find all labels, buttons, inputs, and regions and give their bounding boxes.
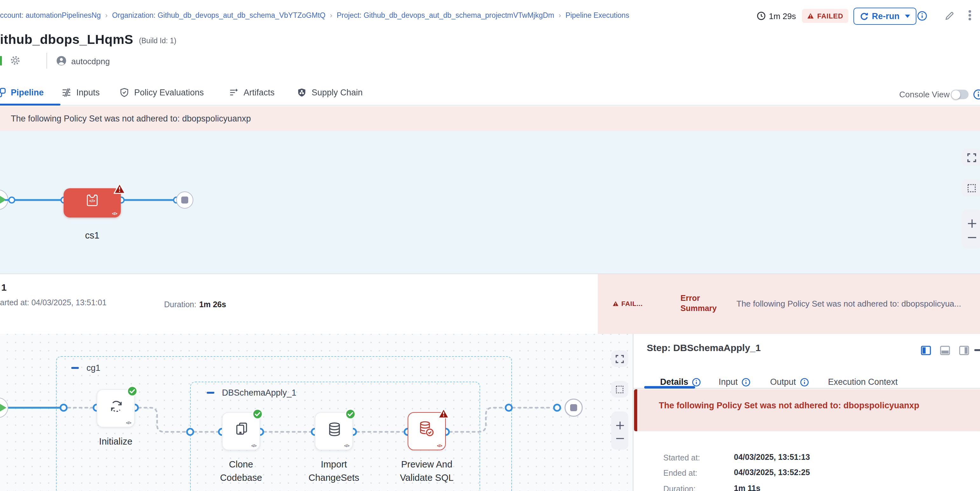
marquee-icon — [616, 385, 624, 393]
tab-pipeline-label: Pipeline — [11, 88, 44, 97]
page-title: ithub_dbops_LHqmS — [0, 32, 133, 47]
step-node-clone-codebase[interactable]: </> — [222, 412, 260, 450]
panel-tab-output[interactable]: Output — [770, 377, 808, 387]
breadcrumb-project[interactable]: Project: Github_db_devops_aut_db_schema_… — [337, 11, 554, 19]
layout-left-icon[interactable] — [921, 345, 931, 356]
tab-bar: Pipeline Inputs Policy Evaluations Artif… — [0, 83, 980, 106]
info-icon — [741, 377, 751, 386]
tab-inputs-label: Inputs — [76, 88, 100, 97]
tab-policy-label: Policy Evaluations — [134, 88, 204, 97]
step-label: Initialize — [78, 435, 154, 448]
breadcrumb-account[interactable]: ccount: automationPipelinesNg — [0, 11, 101, 19]
stage-node-cs1[interactable]: </> </> — [64, 188, 121, 218]
console-view-toggle[interactable] — [951, 90, 969, 99]
ended-at-label: Ended at: — [663, 469, 697, 478]
zoom-to-fit-button[interactable] — [611, 350, 628, 367]
success-badge-icon — [127, 385, 138, 397]
step-label: Import ChangeSets — [296, 458, 372, 485]
code-tag: </> — [126, 420, 131, 425]
stage-node-label: cs1 — [64, 230, 121, 240]
tab-inputs[interactable]: Inputs — [62, 88, 100, 97]
zoom-in-button[interactable] — [615, 421, 624, 430]
collapse-panel-icon[interactable] — [974, 349, 980, 351]
database-icon — [326, 421, 343, 438]
marquee-select-button[interactable] — [962, 180, 980, 197]
duration-label: Duration: — [663, 485, 695, 491]
step-node-initialize[interactable]: </> — [97, 389, 135, 427]
chevron-down-icon — [905, 14, 910, 18]
fail-badge: FAIL... — [612, 300, 643, 307]
pipeline-execution-page: ccount: automationPipelinesNg › Organiza… — [0, 0, 980, 491]
divider — [46, 53, 47, 69]
layout-right-icon[interactable] — [959, 345, 969, 356]
shield-check-icon — [119, 88, 129, 97]
step-node-preview-validate-sql[interactable]: </> — [408, 412, 446, 450]
stage-graph-canvas[interactable]: </> </> cs1 — [0, 131, 980, 273]
zoom-out-button[interactable] — [967, 236, 977, 239]
error-badge-icon — [438, 408, 450, 419]
marquee-select-button[interactable] — [611, 381, 628, 397]
panel-tab-input[interactable]: Input — [719, 377, 751, 387]
gear-icon[interactable] — [10, 55, 20, 65]
module-color-strip — [0, 56, 2, 65]
title-row: ithub_dbops_LHqmS (Build Id: 1) — [0, 30, 177, 48]
panel-tab-details[interactable]: Details — [660, 377, 701, 387]
clock-icon — [757, 11, 766, 21]
stop-icon — [181, 196, 188, 203]
svg-text:</>: </> — [89, 199, 95, 203]
warning-icon — [612, 300, 619, 306]
layout-bottom-icon[interactable] — [940, 345, 950, 356]
info-icon[interactable] — [973, 89, 980, 100]
rerun-button[interactable]: Re-run — [853, 8, 916, 25]
policy-banner-text: The following Policy Set was not adhered… — [11, 114, 251, 123]
panel-tab-execution-context[interactable]: Execution Context — [828, 377, 898, 387]
trigger-user: autocdpng — [71, 57, 110, 66]
success-badge-icon — [252, 408, 263, 420]
zoom-in-button[interactable] — [967, 219, 977, 228]
zoom-out-button[interactable] — [615, 437, 624, 440]
step-label: Preview And Validate SQL — [388, 458, 465, 485]
policy-banner: The following Policy Set was not adhered… — [0, 106, 980, 131]
warning-icon — [807, 13, 814, 19]
connector-dot — [8, 196, 15, 203]
stage-name: 1 — [1, 282, 7, 292]
policy-alert: The following Policy Set was not adhered… — [634, 389, 980, 431]
zoom-to-fit-button[interactable] — [962, 149, 980, 166]
info-icon — [692, 377, 701, 386]
tab-supply-label: Supply Chain — [312, 88, 363, 97]
fullscreen-icon — [616, 354, 624, 363]
marquee-icon — [967, 183, 976, 192]
ended-at-value: 04/03/2025, 13:52:25 — [734, 468, 810, 477]
sync-icon — [108, 398, 125, 415]
code-tag: </> — [251, 443, 256, 448]
rerun-label: Re-run — [872, 11, 900, 21]
breadcrumb-separator: › — [105, 11, 108, 19]
edit-icon[interactable] — [944, 11, 955, 21]
started-at-label: Started at: — [663, 453, 700, 462]
error-summary-label: Error Summary — [681, 293, 722, 313]
success-badge-icon — [345, 408, 356, 420]
more-options-icon[interactable] — [969, 10, 971, 20]
code-tag: </> — [112, 211, 117, 216]
tab-supply-chain[interactable]: Supply Chain — [297, 88, 363, 97]
breadcrumb-pipeline-executions[interactable]: Pipeline Executions — [565, 11, 629, 19]
panel-tab-output-label: Output — [770, 377, 796, 387]
panel-active-tab-underline — [644, 386, 695, 388]
user-avatar-icon — [56, 55, 67, 66]
status-text: FAILED — [817, 12, 843, 20]
play-icon — [0, 404, 6, 411]
panel-tab-details-label: Details — [660, 377, 689, 387]
tab-pipeline[interactable]: Pipeline — [0, 88, 44, 97]
code-tag: </> — [437, 443, 442, 448]
alert-left-bar — [634, 389, 637, 431]
active-tab-underline — [0, 104, 60, 106]
step-node-import-changesets[interactable]: </> — [315, 412, 353, 450]
artifacts-icon — [229, 88, 239, 97]
info-icon[interactable] — [917, 11, 927, 21]
execution-graph-canvas[interactable]: cg1 DBSchemaApply_1 — [0, 334, 633, 491]
started-at-value: 04/03/2025, 13:51:13 — [734, 453, 810, 462]
tab-artifacts[interactable]: Artifacts — [229, 88, 275, 97]
tab-policy-evaluations[interactable]: Policy Evaluations — [119, 88, 204, 97]
breadcrumb: ccount: automationPipelinesNg › Organiza… — [0, 8, 629, 22]
breadcrumb-organization[interactable]: Organization: Github_db_devops_aut_db_sc… — [112, 11, 325, 19]
